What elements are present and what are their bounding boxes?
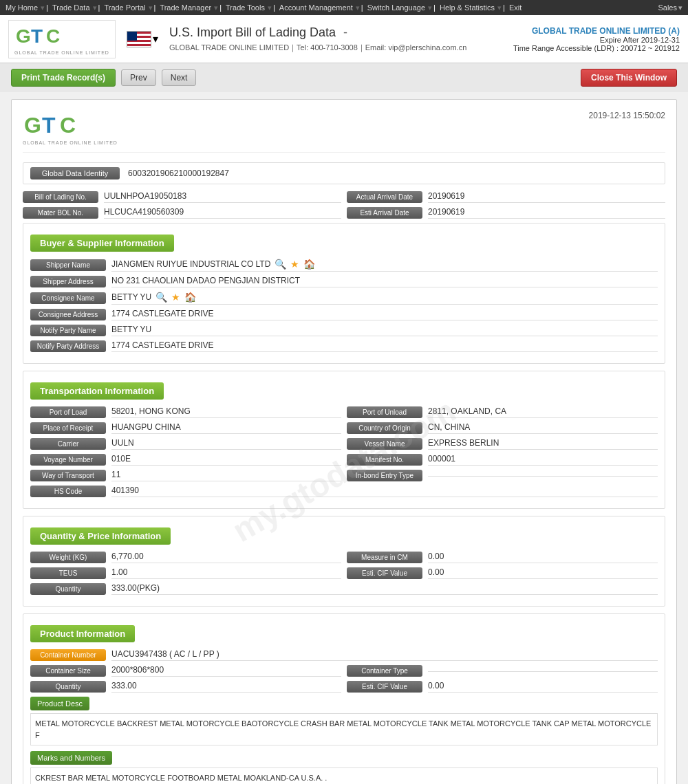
svg-text:C: C: [46, 25, 60, 47]
nav-trade-manager[interactable]: Trade Manager: [160, 3, 211, 12]
vessel-name-label: Vessel Name: [347, 438, 422, 450]
document-card: my.gtodata.com G T C GLOBAL TRADE ONLINE…: [11, 99, 677, 784]
shipper-home-icon[interactable]: 🏠: [303, 259, 315, 270]
inbond-entry-type-value: [428, 475, 658, 477]
teus-group: TEUS 1.00: [30, 567, 341, 579]
container-number-group: Container Number UACU3947438 ( AC / L / …: [30, 649, 658, 661]
svg-text:G: G: [16, 25, 31, 47]
vessel-name-value: EXPRESS BERLIN: [428, 438, 658, 450]
country-of-origin-value: CN, CHINA: [428, 422, 658, 434]
page-title: U.S. Import Bill of Lading Data -: [169, 25, 513, 40]
shipper-star-icon[interactable]: ★: [290, 259, 299, 270]
way-of-transport-group: Way of Transport 11: [30, 470, 341, 481]
country-of-origin-label: Country of Origin: [347, 422, 422, 434]
master-bol-row: Mater BOL No. HLCUCA4190560309 Esti Arri…: [23, 207, 665, 219]
shipper-search-icon[interactable]: 🔍: [275, 259, 286, 270]
header-info: U.S. Import Bill of Lading Data - GLOBAL…: [169, 25, 513, 53]
svg-text:T: T: [42, 113, 56, 138]
svg-text:T: T: [31, 25, 43, 47]
manifest-no-label: Manifest No.: [347, 454, 422, 466]
logo-box: G T C GLOBAL TRADE ONLINE LIMITED: [8, 20, 116, 58]
transportation-section: Transportation Information Port of Load …: [23, 371, 665, 509]
esti-cif-value: 0.00: [428, 567, 658, 579]
doc-logo-subtitle: GLOBAL TRADE ONLINE LIMITED: [23, 140, 118, 145]
next-button-top[interactable]: Next: [162, 69, 197, 86]
nav-trade-tools[interactable]: Trade Tools: [226, 3, 265, 12]
quantity-label: Quantity: [30, 583, 106, 595]
doc-logo-svg: G T C: [23, 111, 85, 138]
nav-trade-portal[interactable]: Trade Portal: [104, 3, 145, 12]
nav-help-statistics[interactable]: Help & Statistics: [440, 3, 495, 12]
teus-value: 1.00: [111, 567, 341, 579]
quantity-price-section: Quantity & Price Information Weight (KG)…: [23, 516, 665, 607]
master-bol-label: Mater BOL No.: [23, 207, 98, 219]
shipper-name-label: Shipper Name: [30, 259, 106, 271]
product-info-section: Product Information Container Number UAC…: [23, 613, 665, 784]
gtc-logo-svg: G T C: [14, 23, 69, 48]
svg-text:C: C: [60, 113, 76, 138]
esti-arrival-group: Esti Arrival Date 20190619: [347, 207, 665, 219]
consignee-name-value: BETTY YU 🔍 ★ 🏠: [111, 292, 658, 305]
marks-numbers-label: Marks and Numbers: [30, 751, 112, 765]
nav-my-home[interactable]: My Home: [6, 3, 38, 12]
consignee-address-row: Consignee Address 1774 CASTLEGATE DRIVE: [30, 309, 658, 320]
svg-text:G: G: [24, 113, 41, 138]
notify-party-name-group: Notify Party Name BETTY YU: [30, 325, 658, 336]
logo-subtitle-text: GLOBAL TRADE ONLINE LIMITED: [14, 50, 109, 55]
flag-area: ▾: [127, 31, 158, 47]
consignee-home-icon[interactable]: 🏠: [184, 292, 196, 303]
nav-trade-data[interactable]: Trade Data: [52, 3, 90, 12]
voyage-number-value: 010E: [111, 454, 341, 466]
product-quantity-group: Quantity 333.00: [30, 681, 341, 693]
nav-switch-language[interactable]: Switch Language: [367, 3, 425, 12]
consignee-name-row: Consignee Name BETTY YU 🔍 ★ 🏠: [30, 292, 658, 305]
consignee-address-value: 1774 CASTLEGATE DRIVE: [111, 309, 658, 320]
notify-party-address-value: 1774 CASTLEGATE DRIVE: [111, 340, 658, 352]
shipper-address-row: Shipper Address NO 231 CHAOLIAN DADAO PE…: [30, 276, 658, 287]
sales-label: Sales: [658, 3, 677, 12]
consignee-search-icon[interactable]: 🔍: [155, 292, 167, 303]
top-navigation: My Home ▾ | Trade Data ▾ | Trade Portal …: [0, 0, 688, 15]
close-button-top[interactable]: Close This Window: [581, 69, 677, 87]
shipper-name-row: Shipper Name JIANGMEN RUIYUE INDUSTRIAL …: [30, 259, 658, 272]
prev-button-top[interactable]: Prev: [121, 69, 156, 86]
shipper-name-group: Shipper Name JIANGMEN RUIYUE INDUSTRIAL …: [30, 259, 658, 272]
print-button-top[interactable]: Print Trade Record(s): [11, 69, 116, 87]
consignee-star-icon[interactable]: ★: [171, 292, 180, 303]
product-esti-cif-value: 0.00: [428, 681, 658, 693]
country-of-origin-group: Country of Origin CN, CHINA: [347, 422, 658, 434]
nav-exit[interactable]: Exit: [509, 3, 522, 12]
notify-party-address-label: Notify Party Address: [30, 340, 106, 352]
hs-code-value: 401390: [111, 486, 658, 497]
actual-arrival-value: 20190619: [428, 191, 665, 203]
inbond-entry-type-label: In-bond Entry Type: [347, 470, 422, 481]
container-number-row: Container Number UACU3947438 ( AC / L / …: [30, 649, 658, 661]
nav-account-management[interactable]: Account Management: [279, 3, 353, 12]
receipt-origin-row: Place of Receipt HUANGPU CHINA Country o…: [30, 422, 658, 434]
notify-party-address-row: Notify Party Address 1774 CASTLEGATE DRI…: [30, 340, 658, 352]
company-name: GLOBAL TRADE ONLINE LIMITED (A): [513, 26, 680, 36]
esti-arrival-label: Esti Arrival Date: [347, 207, 422, 219]
weight-measure-row: Weight (KG) 6,770.00 Measure in CM 0.00: [30, 552, 658, 563]
notify-party-name-row: Notify Party Name BETTY YU: [30, 325, 658, 336]
consignee-name-label: Consignee Name: [30, 292, 106, 304]
product-quantity-label: Quantity: [30, 681, 106, 693]
doc-timestamp: 2019-12-13 15:50:02: [589, 111, 665, 120]
carrier-vessel-row: Carrier UULN Vessel Name EXPRESS BERLIN: [30, 438, 658, 450]
header-subtitle: GLOBAL TRADE ONLINE LIMITED｜Tel: 400-710…: [169, 43, 513, 53]
bill-of-lading-value: UULNHPOA19050183: [104, 191, 341, 203]
voyage-manifest-row: Voyage Number 010E Manifest No. 000001: [30, 454, 658, 466]
bol-row: Bill of Lading No. UULNHPOA19050183 Actu…: [23, 191, 665, 203]
consignee-address-group: Consignee Address 1774 CASTLEGATE DRIVE: [30, 309, 658, 320]
product-desc-text: METAL MOTORCYCLE BACKREST METAL MOTORCYC…: [30, 713, 658, 745]
way-of-transport-label: Way of Transport: [30, 470, 106, 481]
expire-info: Expire After 2019-12-31: [513, 36, 680, 44]
buyer-supplier-section: Buyer & Supplier Information Shipper Nam…: [23, 223, 665, 364]
esti-arrival-value: 20190619: [428, 207, 665, 219]
quantity-group: Quantity 333.00(PKG): [30, 583, 658, 595]
flag-dropdown-icon[interactable]: ▾: [153, 32, 158, 45]
weight-value: 6,770.00: [111, 552, 341, 563]
quantity-price-header: Quantity & Price Information: [30, 527, 171, 545]
global-data-identity-row: Global Data Identity 6003201906210000192…: [23, 162, 665, 184]
measure-cm-group: Measure in CM 0.00: [347, 552, 658, 563]
